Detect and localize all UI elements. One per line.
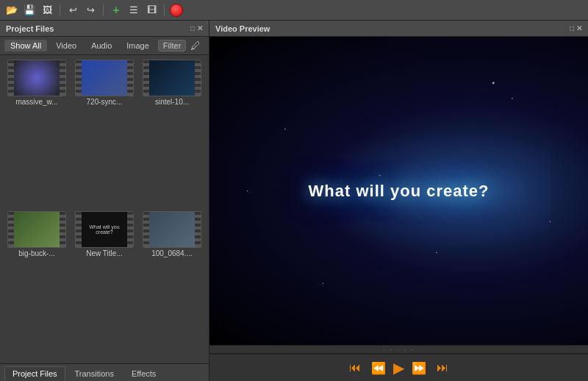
playback-controls: ⏮ ⏪ ▶ ⏩ ⏭	[209, 354, 588, 381]
filter-tab-image[interactable]: Image	[121, 40, 155, 51]
panel-controls: □ ✕	[190, 24, 203, 32]
video-panel-controls: □ ✕	[570, 24, 582, 32]
minimize-icon[interactable]: □	[190, 24, 195, 32]
thumbnails-grid: massive_w... 720-sync... sintel-10...	[0, 55, 209, 363]
video-minimize-icon[interactable]: □	[570, 24, 574, 32]
play-button[interactable]: ▶	[393, 359, 404, 377]
thumb-item-massive[interactable]: massive_w...	[4, 60, 69, 208]
video-preview-header: Video Preview □ ✕	[209, 21, 588, 37]
save-icon[interactable]: 💾	[22, 3, 37, 18]
thumb-label-sintel: sintel-10...	[143, 98, 201, 106]
thumb-item-720sync[interactable]: 720-sync...	[72, 60, 137, 208]
right-panel: Video Preview □ ✕ What will you create? …	[209, 21, 588, 381]
thumb-item-bigbuck[interactable]: big-buck-...	[4, 211, 69, 360]
film-icon[interactable]: 🎞	[144, 3, 159, 18]
thumb-item-100_0684[interactable]: 100_0684....	[140, 211, 204, 360]
toolbar-separator	[60, 4, 60, 16]
filter-tab-showall[interactable]: Show All	[4, 40, 47, 51]
main-layout: Project Files □ ✕ Show All Video Audio I…	[0, 21, 588, 381]
list-icon[interactable]: ☰	[126, 3, 141, 18]
tab-project-files[interactable]: Project Files	[4, 366, 65, 381]
filter-button[interactable]: Filter	[158, 40, 186, 51]
new-file-icon[interactable]: 📂	[4, 3, 19, 18]
bottom-tabs: Project Files Transitions Effects	[0, 363, 209, 381]
image-icon[interactable]: 🖼	[40, 3, 54, 18]
redo-icon[interactable]: ↪	[83, 3, 98, 18]
video-close-icon[interactable]: ✕	[576, 24, 582, 32]
video-canvas: What will you create?	[209, 37, 588, 345]
thumb-label-720sync: 720-sync...	[75, 98, 134, 106]
record-button[interactable]	[170, 4, 183, 17]
filter-magic-icon[interactable]: 🖊	[190, 40, 201, 51]
video-caption: What will you create?	[309, 182, 490, 201]
close-icon[interactable]: ✕	[197, 24, 203, 32]
main-toolbar: 📂 💾 🖼 ↩ ↪ + ☰ 🎞	[0, 0, 588, 21]
left-panel: Project Files □ ✕ Show All Video Audio I…	[0, 21, 209, 381]
thumb-label-bigbuck: big-buck-...	[7, 249, 66, 257]
drag-handle: · · · · ·	[383, 346, 415, 354]
filter-tab-video[interactable]: Video	[50, 40, 82, 51]
thumb-label-newtitle: New Title...	[75, 249, 134, 257]
tab-transitions[interactable]: Transitions	[67, 366, 122, 381]
project-files-title: Project Files	[6, 24, 54, 33]
skip-to-start-button[interactable]: ⏮	[346, 360, 364, 376]
video-preview-title: Video Preview	[215, 24, 270, 33]
add-icon[interactable]: +	[109, 3, 123, 18]
filter-tab-audio[interactable]: Audio	[85, 40, 118, 51]
toolbar-separator-3	[164, 4, 165, 16]
project-files-header: Project Files □ ✕	[0, 21, 209, 37]
undo-icon[interactable]: ↩	[65, 3, 80, 18]
thumb-label-100_0684: 100_0684....	[143, 249, 201, 257]
toolbar-separator-2	[103, 4, 104, 16]
filter-tabs: Show All Video Audio Image Filter 🖊	[0, 37, 209, 55]
rewind-button[interactable]: ⏪	[368, 360, 389, 377]
fast-forward-button[interactable]: ⏩	[409, 360, 429, 377]
thumb-item-newtitle[interactable]: What will you create? New Title...	[72, 211, 137, 360]
tab-effects[interactable]: Effects	[123, 366, 164, 381]
thumb-label-massive: massive_w...	[7, 98, 66, 106]
skip-to-end-button[interactable]: ⏭	[434, 360, 451, 376]
thumb-item-sintel[interactable]: sintel-10...	[140, 60, 204, 208]
